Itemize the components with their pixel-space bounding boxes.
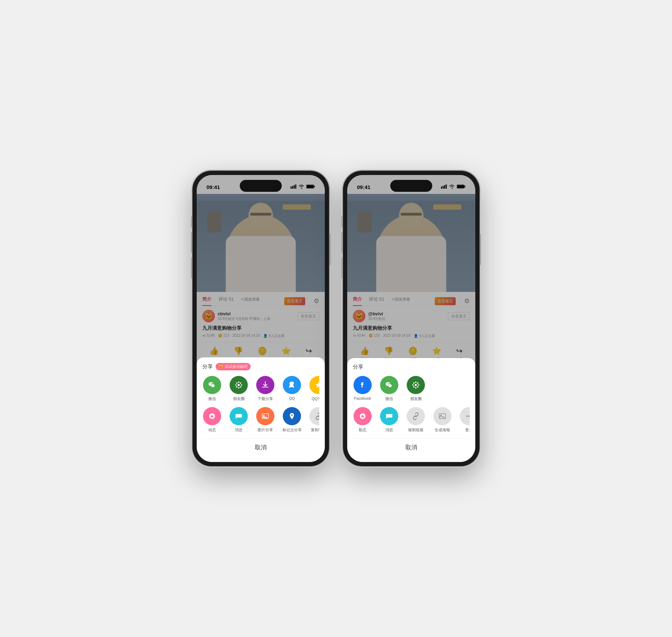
- download-icon-circle-left: [256, 376, 274, 394]
- badge-emoji-left: 🐱: [218, 364, 223, 369]
- svg-point-14: [236, 386, 238, 388]
- share-qq-left[interactable]: QQ: [282, 376, 302, 401]
- svg-point-40: [468, 415, 470, 417]
- share-panel-left: 分享 🐱 试试新功能吧 微信: [197, 357, 325, 462]
- volume-up-button-right: [342, 232, 343, 253]
- share-row2-right: 勤态 消息 複制链接: [353, 407, 470, 433]
- share-download-left[interactable]: 下载分享: [255, 376, 275, 401]
- share-qqzone-left[interactable]: QQ空间: [309, 376, 319, 401]
- power-button-right: [479, 234, 481, 265]
- share-dynamic-left[interactable]: 动态: [202, 407, 222, 433]
- svg-point-7: [238, 384, 240, 386]
- power-button: [329, 234, 330, 265]
- share-dynamic-right[interactable]: 勤态: [353, 407, 372, 433]
- download-label-left: 下载分享: [258, 396, 273, 401]
- moments-icon-circle-left: [230, 376, 248, 394]
- cancel-btn-right[interactable]: 取消: [353, 438, 470, 456]
- svg-point-39: [466, 415, 468, 417]
- phone-screen-left: 09:41: [197, 175, 325, 462]
- share-title-left: 分享: [202, 363, 213, 370]
- copy-label-left: 复制链接: [311, 427, 319, 433]
- share-row1-left: 微信 朋友圈 下载分享: [202, 376, 319, 401]
- volume-down-button: [191, 258, 192, 279]
- svg-point-34: [417, 386, 419, 388]
- photo-icon-circle-left: [256, 407, 274, 425]
- volume-up-button: [191, 232, 192, 253]
- share-more-right[interactable]: 更多: [459, 407, 470, 433]
- generate-label-right: 生成海報: [435, 427, 450, 433]
- copy-icon-circle-left: [309, 407, 319, 425]
- mark-label-left: 标记点分享: [282, 427, 302, 433]
- dynamic-icon-circle-right: [354, 407, 372, 425]
- svg-point-35: [413, 386, 415, 388]
- message-icon-circle-left: [230, 407, 248, 425]
- share-copy-left[interactable]: 复制链接: [309, 407, 319, 433]
- new-feature-badge-left: 🐱 试试新功能吧: [216, 363, 251, 370]
- svg-point-32: [418, 384, 419, 386]
- facebook-icon-circle-right: [354, 376, 372, 394]
- message-label-left: 消息: [235, 427, 243, 433]
- more-label-right: 更多: [465, 427, 470, 433]
- share-generate-right[interactable]: 生成海報: [433, 407, 452, 433]
- share-wechat-left[interactable]: 微信: [202, 376, 222, 401]
- share-title-right: 分享: [353, 364, 363, 370]
- cancel-btn-left[interactable]: 取消: [202, 438, 319, 456]
- moments-label-right: 朋友圈: [410, 396, 422, 401]
- photo-label-left: 图片分享: [258, 427, 273, 433]
- qqzone-icon-circle-left: [309, 376, 319, 394]
- share-moments-left[interactable]: 朋友圈: [229, 376, 248, 401]
- share-row1-right: Facebook 微信 朋友圈: [353, 376, 470, 401]
- svg-point-13: [240, 386, 241, 388]
- phone-right: 09:41: [343, 171, 479, 466]
- share-message-right[interactable]: 消息: [379, 407, 399, 433]
- wechat-icon-circle-right: [380, 376, 398, 394]
- phone-screen-right: 09:41: [347, 175, 475, 462]
- share-photo-left[interactable]: 图片分享: [255, 407, 275, 433]
- svg-point-31: [412, 384, 414, 386]
- svg-point-10: [235, 384, 237, 386]
- share-panel-right: 分享 Facebook 微信: [347, 358, 475, 462]
- share-copy-right[interactable]: 複制链接: [406, 407, 426, 433]
- dynamic-icon-circle-left: [203, 407, 221, 425]
- svg-point-33: [413, 383, 415, 384]
- qq-label-left: QQ: [289, 396, 295, 400]
- svg-point-15: [240, 383, 241, 384]
- share-facebook-right[interactable]: Facebook: [353, 376, 372, 401]
- facebook-label-right: Facebook: [354, 396, 371, 400]
- svg-point-29: [415, 382, 416, 383]
- copy-label-right: 複制链接: [408, 427, 424, 433]
- moments-icon-circle-right: [407, 376, 425, 394]
- qq-icon-circle-left: [283, 376, 301, 394]
- copy-icon-circle-right: [407, 407, 425, 425]
- svg-point-36: [417, 383, 419, 384]
- svg-point-30: [415, 387, 416, 388]
- volume-down-button-right: [342, 258, 343, 279]
- wechat-label-right: 微信: [385, 396, 393, 401]
- phone-left: 09:41: [192, 171, 329, 466]
- share-wechat-right[interactable]: 微信: [379, 376, 399, 401]
- svg-point-28: [415, 384, 417, 386]
- dynamic-label-right: 勤态: [359, 427, 366, 433]
- generate-icon-circle-right: [433, 407, 451, 425]
- wechat-label-left: 微信: [208, 396, 216, 401]
- mute-button-right: [342, 216, 343, 227]
- mark-icon-circle-left: [283, 407, 301, 425]
- share-title-row-right: 分享: [353, 364, 470, 370]
- badge-text-left: 试试新功能吧: [225, 364, 248, 369]
- share-message-left[interactable]: 消息: [229, 407, 248, 433]
- moments-label-left: 朋友圈: [233, 396, 245, 401]
- share-row2-left: 动态 消息 图片分享: [202, 407, 319, 433]
- wechat-icon-circle-left: [203, 376, 221, 394]
- dynamic-label-left: 动态: [208, 427, 216, 433]
- mute-button: [191, 216, 192, 227]
- message-label-right: 消息: [385, 427, 393, 433]
- qqzone-label-left: QQ空间: [312, 396, 319, 401]
- share-mark-left[interactable]: 标记点分享: [282, 407, 302, 433]
- share-title-row-left: 分享 🐱 试试新功能吧: [202, 363, 319, 370]
- share-moments-right[interactable]: 朋友圈: [406, 376, 426, 401]
- message-icon-circle-right: [380, 407, 398, 425]
- svg-point-12: [236, 383, 238, 384]
- svg-point-11: [241, 384, 242, 386]
- svg-point-9: [238, 387, 239, 388]
- svg-point-8: [238, 382, 239, 383]
